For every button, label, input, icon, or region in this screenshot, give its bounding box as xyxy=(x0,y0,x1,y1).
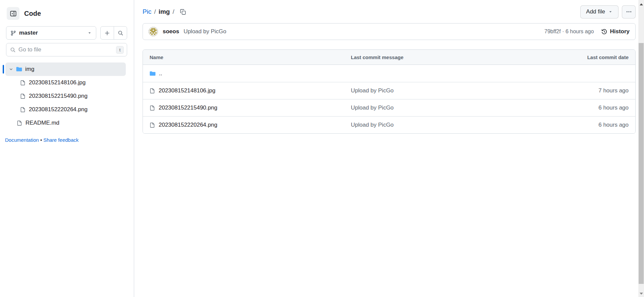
history-label: History xyxy=(610,28,630,35)
plus-icon xyxy=(104,30,110,36)
github-code-page: Code master xyxy=(0,0,644,297)
tree-item-readme[interactable]: README.md xyxy=(5,116,126,130)
tree-item-label: 202308152220264.png xyxy=(29,106,88,113)
table-header-row: Name Last commit message Last commit dat… xyxy=(143,50,635,65)
row-commit-message[interactable]: Upload by PicGo xyxy=(351,104,394,111)
breadcrumb-separator: / xyxy=(154,8,156,15)
tree-item-file[interactable]: 202308152215490.png xyxy=(5,89,126,103)
file-tree: img 202308152148106.jpg 202308152215490.… xyxy=(0,62,134,130)
parent-directory-link[interactable]: .. xyxy=(159,70,162,77)
row-commit-date: 6 hours ago xyxy=(550,104,635,111)
table-row[interactable]: 202308152220264.png Upload by PicGo 6 ho… xyxy=(143,116,635,133)
files-sidebar: Code master xyxy=(0,0,134,297)
file-name-link[interactable]: 202308152215490.png xyxy=(159,104,217,111)
go-to-file-box: t xyxy=(6,43,127,56)
row-commit-date: 7 hours ago xyxy=(550,87,635,94)
sidebar-footer: Documentation•Share feedback xyxy=(5,137,134,143)
file-icon xyxy=(150,105,155,111)
documentation-link[interactable]: Documentation xyxy=(5,137,39,143)
side-panel-icon xyxy=(10,10,16,17)
main-header: Pic / img / Add file xyxy=(143,5,636,19)
sidebar-controls: master xyxy=(6,26,127,40)
file-list-table: Name Last commit message Last commit dat… xyxy=(143,49,636,134)
file-icon xyxy=(17,120,22,126)
meta-separator: · xyxy=(562,29,564,34)
copy-icon xyxy=(180,9,186,15)
add-file-label: Add file xyxy=(586,8,605,15)
current-branch-label: master xyxy=(19,30,84,36)
main-content: Pic / img / Add file xyxy=(134,0,644,297)
header-actions: Add file xyxy=(580,5,636,18)
tree-item-file[interactable]: 202308152148106.jpg xyxy=(5,76,126,89)
search-icon xyxy=(10,47,16,53)
search-icon xyxy=(118,30,123,36)
share-feedback-link[interactable]: Share feedback xyxy=(43,137,78,143)
table-row[interactable]: 202308152148106.jpg Upload by PicGo 7 ho… xyxy=(143,82,635,99)
sidebar-title: Code xyxy=(24,10,41,17)
collapse-sidebar-button[interactable] xyxy=(7,7,19,20)
row-commit-message[interactable]: Upload by PicGo xyxy=(351,122,394,128)
breadcrumb: Pic / img / xyxy=(143,8,174,15)
breadcrumb-separator: / xyxy=(172,8,174,15)
column-header-name: Name xyxy=(143,54,344,60)
scrollbar-thumb[interactable] xyxy=(639,43,644,284)
add-file-button[interactable]: Add file xyxy=(580,5,619,18)
shortcut-key-badge: t xyxy=(116,46,124,54)
file-icon xyxy=(20,107,26,113)
avatar[interactable] xyxy=(149,27,158,36)
file-icon xyxy=(150,88,155,94)
tree-item-file[interactable]: 202308152220264.png xyxy=(5,103,126,116)
file-icon xyxy=(20,93,26,99)
folder-icon xyxy=(16,66,22,72)
sidebar-header: Code xyxy=(0,0,134,20)
tree-item-img-folder[interactable]: img xyxy=(5,62,126,76)
commit-sha: 79bff2f xyxy=(544,29,561,34)
add-file-tree-button[interactable] xyxy=(101,27,114,39)
file-icon xyxy=(20,80,26,86)
history-link[interactable]: History xyxy=(601,28,630,35)
caret-down-icon xyxy=(608,9,613,14)
footer-separator: • xyxy=(40,137,42,143)
branch-selector[interactable]: master xyxy=(6,26,96,40)
tree-item-label: img xyxy=(25,66,34,73)
column-header-date: Last commit date xyxy=(550,54,635,60)
more-options-button[interactable] xyxy=(622,5,636,18)
scroll-up-arrow[interactable] xyxy=(638,1,644,7)
table-row[interactable]: 202308152215490.png Upload by PicGo 6 ho… xyxy=(143,99,635,116)
row-commit-message[interactable]: Upload by PicGo xyxy=(351,87,394,94)
folder-icon xyxy=(150,71,156,77)
file-name-link[interactable]: 202308152220264.png xyxy=(159,122,217,128)
commit-sha-time-link[interactable]: 79bff2f · 6 hours ago xyxy=(544,29,594,35)
scroll-down-arrow[interactable] xyxy=(638,291,644,296)
table-row-parent[interactable]: .. xyxy=(143,65,635,82)
tree-action-group xyxy=(100,26,127,40)
file-name-link[interactable]: 202308152148106.jpg xyxy=(159,87,215,94)
column-header-message: Last commit message xyxy=(344,54,550,60)
commit-author-link[interactable]: soeos xyxy=(163,28,179,35)
file-icon xyxy=(150,122,155,128)
commit-time: 6 hours ago xyxy=(566,29,594,34)
kebab-horizontal-icon xyxy=(626,9,632,15)
tree-item-label: 202308152215490.png xyxy=(29,93,88,99)
latest-commit-bar: soeos Upload by PicGo 79bff2f · 6 hours … xyxy=(143,23,636,40)
caret-down-icon xyxy=(87,31,92,35)
git-branch-icon xyxy=(10,30,16,36)
breadcrumb-current-folder: img xyxy=(159,8,170,15)
row-commit-date: 6 hours ago xyxy=(550,122,635,128)
tree-item-label: README.md xyxy=(25,120,59,126)
history-icon xyxy=(601,29,607,35)
chevron-down-icon[interactable] xyxy=(9,67,13,72)
active-indicator-bar xyxy=(3,65,4,74)
copy-path-button[interactable] xyxy=(178,7,187,16)
search-tree-button[interactable] xyxy=(114,27,127,39)
tree-item-label: 202308152148106.jpg xyxy=(29,79,86,86)
go-to-file-input[interactable] xyxy=(18,46,113,53)
vertical-scrollbar[interactable] xyxy=(638,0,644,297)
commit-meta: 79bff2f · 6 hours ago History xyxy=(544,28,630,35)
commit-message-link[interactable]: Upload by PicGo xyxy=(183,28,226,35)
breadcrumb-repo-link[interactable]: Pic xyxy=(143,8,151,15)
